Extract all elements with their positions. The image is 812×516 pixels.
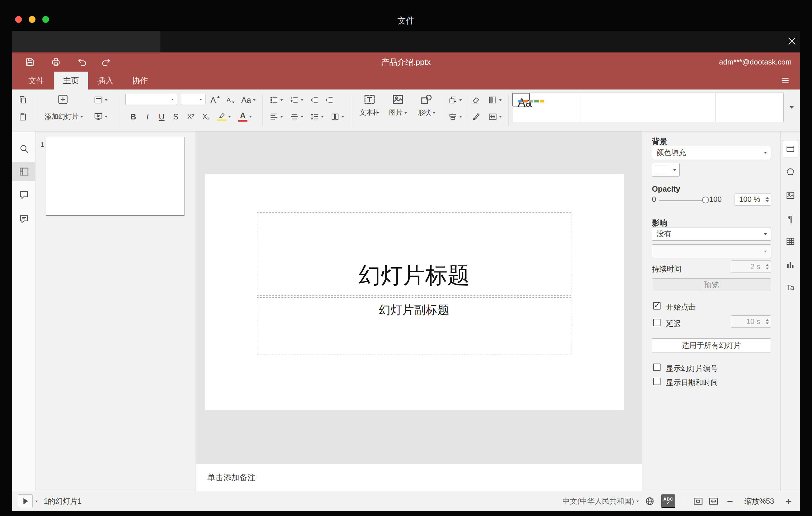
chevron-down-icon[interactable]: [35, 500, 38, 502]
delay-spinbox[interactable]: 10 s: [731, 315, 771, 328]
spellcheck-toggle[interactable]: ABC ✓: [661, 494, 675, 508]
columns-button[interactable]: [328, 110, 347, 123]
table-settings-tab[interactable]: [783, 233, 798, 250]
title-placeholder[interactable]: 幻灯片标题: [257, 212, 571, 296]
superscript-button[interactable]: X²: [183, 110, 198, 123]
slide-settings-tab[interactable]: [783, 140, 798, 157]
language-selector[interactable]: 中文(中华人民共和国): [562, 496, 639, 506]
text-box-button[interactable]: 文本框: [356, 91, 383, 129]
slide-layout-button[interactable]: [89, 93, 112, 107]
spin-steppers[interactable]: [766, 316, 769, 327]
increase-indent-button[interactable]: [322, 93, 336, 107]
transition-effect-select[interactable]: 没有: [652, 227, 771, 241]
chevron-down-icon: [301, 116, 303, 118]
fit-to-slide-button[interactable]: [693, 496, 703, 507]
opacity-slider-knob[interactable]: [702, 197, 709, 203]
spin-steppers[interactable]: [766, 194, 769, 205]
slides-panel-button[interactable]: [12, 162, 35, 181]
insert-image-button[interactable]: 图片: [384, 91, 411, 129]
opacity-spinbox[interactable]: 100 %: [734, 193, 771, 205]
italic-button[interactable]: I: [141, 110, 154, 123]
slide-thumbnail-1[interactable]: [46, 137, 184, 216]
insert-shape-button[interactable]: 形状: [413, 91, 440, 129]
tab-collaboration[interactable]: 协作: [123, 71, 157, 89]
slides-icon: [19, 166, 29, 177]
theme-option-2[interactable]: [580, 93, 648, 122]
font-color-button[interactable]: A: [235, 110, 255, 123]
bullets-button[interactable]: [266, 93, 286, 107]
chevron-down-icon: [764, 233, 767, 235]
chevron-down-icon: [673, 169, 676, 171]
bold-button[interactable]: B: [126, 110, 140, 123]
tab-file[interactable]: 文件: [19, 71, 54, 89]
duration-spinbox[interactable]: 2 s: [731, 260, 771, 273]
add-slide-button[interactable]: [56, 92, 70, 107]
show-date-time-checkbox[interactable]: [653, 378, 661, 385]
zoom-out-button[interactable]: −: [727, 496, 733, 507]
paste-button[interactable]: [16, 110, 30, 123]
align-shapes-button[interactable]: [444, 110, 466, 123]
theme-option-5[interactable]: [716, 93, 783, 122]
text-art-settings-tab[interactable]: Ta: [783, 279, 798, 296]
search-icon: [19, 144, 29, 154]
chat-button[interactable]: [12, 210, 35, 228]
effect-variant-select[interactable]: [652, 245, 771, 258]
arrange-shapes-button[interactable]: [444, 93, 466, 107]
line-spacing-button[interactable]: [307, 110, 326, 123]
tab-insert[interactable]: 插入: [88, 71, 123, 89]
underline-button[interactable]: U: [155, 110, 169, 123]
menu-button[interactable]: [780, 76, 792, 85]
delay-value: 10 s: [746, 317, 760, 326]
delay-checkbox[interactable]: [653, 319, 661, 326]
paragraph-settings-tab[interactable]: ¶: [783, 210, 798, 227]
image-settings-tab[interactable]: [783, 187, 798, 204]
font-name-combo[interactable]: [125, 94, 177, 105]
shape-settings-icon: [786, 167, 795, 176]
close-button[interactable]: [785, 34, 799, 48]
horizontal-align-button[interactable]: [266, 110, 286, 123]
start-on-click-checkbox[interactable]: [653, 302, 661, 310]
copy-style-button[interactable]: [469, 110, 483, 123]
chart-settings-tab[interactable]: [783, 256, 798, 274]
set-language-button[interactable]: [644, 496, 655, 507]
slide-size-button[interactable]: [484, 110, 505, 123]
subscript-button[interactable]: X₂: [199, 110, 213, 123]
slide-settings-icon: [786, 144, 795, 153]
decrease-indent-button[interactable]: [307, 93, 321, 107]
numbering-button[interactable]: [287, 93, 306, 107]
notes-area[interactable]: 单击添加备注: [196, 464, 642, 491]
apply-to-all-slides-button[interactable]: 适用于所有幻灯片: [652, 338, 771, 352]
add-slide-label: 添加幻灯片: [45, 112, 79, 121]
start-preview-button[interactable]: [18, 494, 33, 508]
theme-option-3[interactable]: [648, 93, 716, 122]
comments-button[interactable]: [12, 186, 35, 204]
strikeout-button[interactable]: S: [169, 110, 183, 123]
tab-home[interactable]: 主页: [54, 71, 88, 89]
theme-option-4-selected[interactable]: Aa: [513, 93, 530, 107]
clear-style-button[interactable]: [469, 93, 483, 107]
theme-gallery-expand-button[interactable]: [785, 93, 798, 122]
change-case-button[interactable]: Aa: [239, 93, 258, 107]
decrease-font-label: A: [227, 96, 231, 104]
opacity-slider-track[interactable]: [659, 200, 707, 201]
background-fill-select[interactable]: 颜色填充: [652, 146, 771, 159]
subtitle-placeholder[interactable]: 幻灯片副标题: [257, 297, 571, 355]
color-swatch: [655, 165, 667, 174]
font-size-combo[interactable]: [181, 94, 205, 105]
background-color-picker[interactable]: [652, 163, 680, 176]
decrease-font-size-button[interactable]: A: [223, 93, 238, 107]
fit-to-width-button[interactable]: [708, 496, 719, 507]
start-slideshow-button[interactable]: [89, 110, 112, 123]
zoom-in-button[interactable]: +: [785, 496, 792, 507]
show-slide-number-checkbox[interactable]: [653, 364, 661, 371]
preview-button[interactable]: 预览: [652, 278, 771, 291]
shape-settings-tab[interactable]: [783, 163, 798, 180]
search-button[interactable]: [12, 140, 35, 158]
copy-button[interactable]: [16, 93, 30, 107]
shape-fill-button[interactable]: [484, 93, 505, 107]
highlight-color-button[interactable]: [214, 110, 234, 123]
add-slide-menu-button[interactable]: 添加幻灯片: [41, 110, 87, 123]
increase-font-size-button[interactable]: A: [208, 93, 223, 107]
vertical-align-button[interactable]: [287, 110, 306, 123]
spin-steppers[interactable]: [766, 261, 769, 273]
